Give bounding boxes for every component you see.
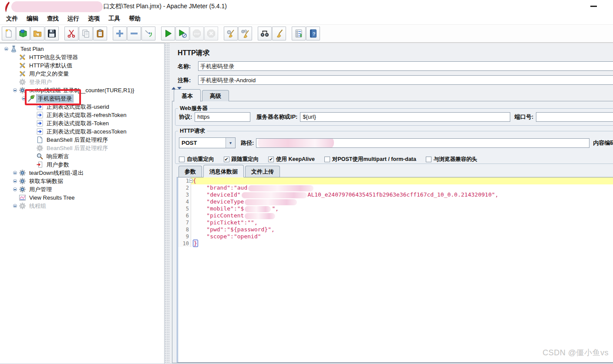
tree-expand-knob-icon[interactable] xyxy=(20,94,27,103)
path-input[interactable]: /api/v1/app/actions/pwdlogin xyxy=(256,138,589,148)
code-text[interactable]: "mobile":"$", xyxy=(191,205,613,212)
tree-node[interactable]: HTTP请求默认值 xyxy=(0,61,164,70)
tab-item[interactable]: 文件上传 xyxy=(245,166,280,177)
tree-node[interactable]: 响应断言 xyxy=(0,152,164,160)
editor-line[interactable]: 5 "mobile":"$", xyxy=(178,205,613,212)
menu-item[interactable]: 查找 xyxy=(43,13,63,24)
tree-node-label[interactable]: 正则表达式提取器-accessToken xyxy=(45,128,128,135)
menu-item[interactable]: 工具 xyxy=(104,13,125,24)
code-text[interactable]: "scope":"openid" xyxy=(191,233,613,240)
tree-node-label[interactable]: 响应断言 xyxy=(45,153,71,160)
tree-node[interactable]: BeanShell 后置处理程序 xyxy=(0,144,164,152)
checkbox[interactable]: 与浏览器兼容的头 xyxy=(426,156,477,163)
zoom-in-button[interactable] xyxy=(113,27,127,40)
tree-expand-knob-icon[interactable] xyxy=(11,185,19,194)
tree-expand-knob-icon[interactable] xyxy=(11,202,19,210)
checkbox[interactable]: ✔使用 KeepAlive xyxy=(268,156,315,163)
tree-node[interactable]: 手机密码登录 xyxy=(0,94,164,103)
function-helper-button[interactable] xyxy=(292,27,306,40)
tree-node[interactable]: 正则表达式提取器-userid xyxy=(0,103,164,111)
tree-node-label[interactable]: 手机密码登录 xyxy=(37,95,73,102)
menu-item[interactable]: 文件 xyxy=(2,13,22,24)
zoom-out-button[interactable] xyxy=(127,27,141,40)
checkbox-box-icon[interactable]: ✔ xyxy=(224,157,229,162)
start-button[interactable] xyxy=(161,27,175,40)
tree-node-label[interactable]: 获取车辆数据 xyxy=(28,177,64,185)
tree-node-label[interactable]: BeanShell 后置处理程序 xyxy=(45,136,109,144)
tree-node-label[interactable]: tearDown线程组-退出 xyxy=(28,169,85,177)
tab-item[interactable]: 高级 xyxy=(202,90,229,101)
chevron-down-icon[interactable]: ▾ xyxy=(226,138,235,148)
new-file-button[interactable] xyxy=(2,27,16,40)
menu-item[interactable]: 编辑 xyxy=(22,13,43,24)
editor-line[interactable]: 1{ xyxy=(178,177,613,184)
comment-input[interactable]: 手机密码登录-Android xyxy=(198,75,613,85)
tree-node-label[interactable]: BeanShell 后置处理程序 xyxy=(45,144,109,152)
checkbox-box-icon[interactable] xyxy=(179,157,185,162)
tree-node-label[interactable]: Test Plan xyxy=(19,45,45,53)
tree-node[interactable]: 用户参数 xyxy=(0,160,164,169)
fold-collapse-icon[interactable] xyxy=(189,179,193,183)
code-text[interactable]: { xyxy=(191,177,613,184)
editor-line[interactable]: 3 "deviceId"AL10_e24079706435451fb2963e3… xyxy=(178,191,613,198)
tree-node-label[interactable]: 用户管理 xyxy=(28,186,53,193)
checkbox[interactable]: 对POST使用multipart / form-data xyxy=(324,156,416,163)
tree-node[interactable]: 正则表达式提取器-refreshToken xyxy=(0,111,164,119)
tab-selected[interactable]: 消息体数据 xyxy=(203,165,244,177)
tab-selected[interactable]: 基本 xyxy=(174,89,201,102)
menu-item[interactable]: 帮助 xyxy=(125,13,145,24)
tree-node-label[interactable]: setUp线程组-登录${__counter(TURE,R1)} xyxy=(28,87,135,94)
paste-button[interactable] xyxy=(93,27,107,40)
tree-node-label[interactable]: 用户定义的变量 xyxy=(28,70,70,77)
checkbox[interactable]: 自动重定向 xyxy=(179,156,214,163)
tree-node[interactable]: 线程组 xyxy=(0,202,164,210)
open-file-button[interactable] xyxy=(30,27,44,40)
save-button[interactable] xyxy=(45,27,59,40)
server-input[interactable]: ${url} xyxy=(300,112,510,122)
tab-item[interactable]: 参数 xyxy=(179,166,202,177)
tree-node-label[interactable]: View Results Tree xyxy=(28,194,76,201)
tree-node-label[interactable]: 正则表达式提取器-refreshToken xyxy=(45,111,128,119)
tree-expand-knob-icon[interactable] xyxy=(3,45,10,53)
search-button[interactable] xyxy=(258,27,272,40)
ssl-manager-button[interactable] xyxy=(141,27,155,40)
tree-node[interactable]: Test Plan xyxy=(0,45,164,53)
protocol-input[interactable]: https xyxy=(195,112,250,122)
tree-node-label[interactable]: 正则表达式提取器-userid xyxy=(45,103,111,110)
tree-node-label[interactable]: HTTP请求默认值 xyxy=(28,62,74,69)
tree-node[interactable]: 登录用户 xyxy=(0,78,164,86)
editor-line[interactable]: 2 "brand":"aud xyxy=(178,184,613,191)
split-pane-divider[interactable] xyxy=(165,43,170,364)
tree-node[interactable]: View Results Tree xyxy=(0,194,164,202)
tree-node-label[interactable]: HTTP信息头管理器 xyxy=(28,53,79,61)
tree-expand-knob-icon[interactable] xyxy=(11,177,19,185)
tree-node[interactable]: 获取车辆数据 xyxy=(0,177,164,185)
code-text[interactable]: "pwd":"${password}", xyxy=(191,226,613,233)
tree-node[interactable]: 正则表达式提取器-accessToken xyxy=(0,127,164,136)
tree-expand-knob-icon[interactable] xyxy=(11,169,19,177)
tree-expand-knob-icon[interactable] xyxy=(11,86,19,94)
tree-node[interactable]: BeanShell 后置处理程序 xyxy=(0,136,164,144)
editor-line[interactable]: 6 "picContent xyxy=(178,212,613,219)
editor-line[interactable]: 4 "deviceType xyxy=(178,198,613,205)
clear-button[interactable] xyxy=(224,27,238,40)
tree-node[interactable]: HTTP信息头管理器 xyxy=(0,53,164,61)
code-text[interactable]: "deviceType xyxy=(191,198,613,205)
help-button[interactable]: ? xyxy=(306,27,320,40)
editor-line[interactable]: 10} xyxy=(178,240,613,247)
start-no-timers-button[interactable] xyxy=(175,27,189,40)
checkbox[interactable]: ✔跟随重定向 xyxy=(224,156,259,163)
checkbox-box-icon[interactable] xyxy=(324,157,330,162)
copy-button[interactable] xyxy=(79,27,93,40)
editor-line[interactable]: 9 "scope":"openid" xyxy=(178,233,613,240)
tree-node-label[interactable]: 正则表达式提取器-Token xyxy=(45,120,110,127)
editor-line[interactable]: 7 "picTicket":"", xyxy=(178,219,613,226)
code-text[interactable]: "picTicket":"", xyxy=(191,219,613,226)
clear-all-button[interactable] xyxy=(238,27,252,40)
tree-node[interactable]: setUp线程组-登录${__counter(TURE,R1)} xyxy=(0,86,164,94)
code-text[interactable]: "picContent xyxy=(191,212,613,219)
templates-button[interactable] xyxy=(16,27,30,40)
body-data-editor[interactable]: 1{2 "brand":"aud3 "deviceId"AL10_e240797… xyxy=(177,177,613,363)
tree-node-label[interactable]: 线程组 xyxy=(28,202,47,210)
method-select[interactable]: POST ▾ xyxy=(179,137,236,148)
